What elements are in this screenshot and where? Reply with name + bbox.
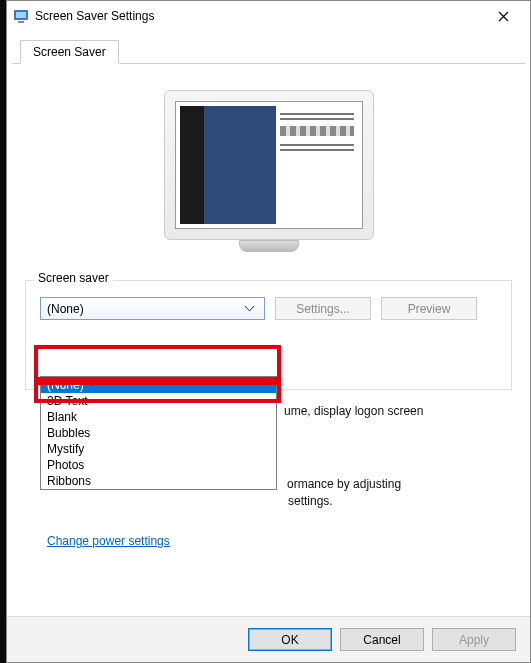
apply-button[interactable]: Apply <box>432 628 516 651</box>
monitor-frame <box>164 90 374 240</box>
power-hint-fragment-2: settings. <box>288 494 333 508</box>
settings-button[interactable]: Settings... <box>275 297 371 320</box>
group-legend: Screen saver <box>34 271 113 285</box>
tab-row: Screen Saver <box>12 31 525 64</box>
dropdown-selected: (None) <box>47 302 84 316</box>
resume-text-fragment: ume, display logon screen <box>284 404 423 418</box>
svg-rect-2 <box>18 21 24 23</box>
option-3d-text[interactable]: 3D Text <box>41 393 276 409</box>
option-none[interactable]: (None) <box>41 377 276 393</box>
svg-rect-1 <box>16 12 26 18</box>
monitor-preview <box>164 90 374 260</box>
window-title: Screen Saver Settings <box>35 9 481 23</box>
titlebar: Screen Saver Settings <box>7 1 530 31</box>
monitor-stand <box>239 240 299 252</box>
screen-saver-icon <box>13 8 29 24</box>
monitor-screen <box>175 101 363 229</box>
screen-saver-dropdown[interactable]: (None) <box>40 297 265 320</box>
screen-saver-group: Screen saver (None) Settings... Preview <box>25 280 512 390</box>
option-photos[interactable]: Photos <box>41 457 276 473</box>
screen-saver-dropdown-list[interactable]: (None) 3D Text Blank Bubbles Mystify Pho… <box>40 376 277 490</box>
ok-button[interactable]: OK <box>248 628 332 651</box>
close-icon <box>498 11 509 22</box>
cancel-button[interactable]: Cancel <box>340 628 424 651</box>
preview-button[interactable]: Preview <box>381 297 477 320</box>
option-blank[interactable]: Blank <box>41 409 276 425</box>
change-power-settings-link[interactable]: Change power settings <box>47 534 170 548</box>
tab-screen-saver[interactable]: Screen Saver <box>20 40 119 64</box>
chevron-down-icon <box>241 300 258 317</box>
option-bubbles[interactable]: Bubbles <box>41 425 276 441</box>
power-hint-fragment-1: ormance by adjusting <box>287 477 401 491</box>
screen-saver-settings-window: Screen Saver Settings Screen Saver <box>6 0 531 663</box>
power-link-wrap: Change power settings <box>47 531 170 549</box>
option-ribbons[interactable]: Ribbons <box>41 473 276 489</box>
dialog-button-bar: OK Cancel Apply <box>7 616 530 662</box>
close-button[interactable] <box>481 2 526 30</box>
option-mystify[interactable]: Mystify <box>41 441 276 457</box>
